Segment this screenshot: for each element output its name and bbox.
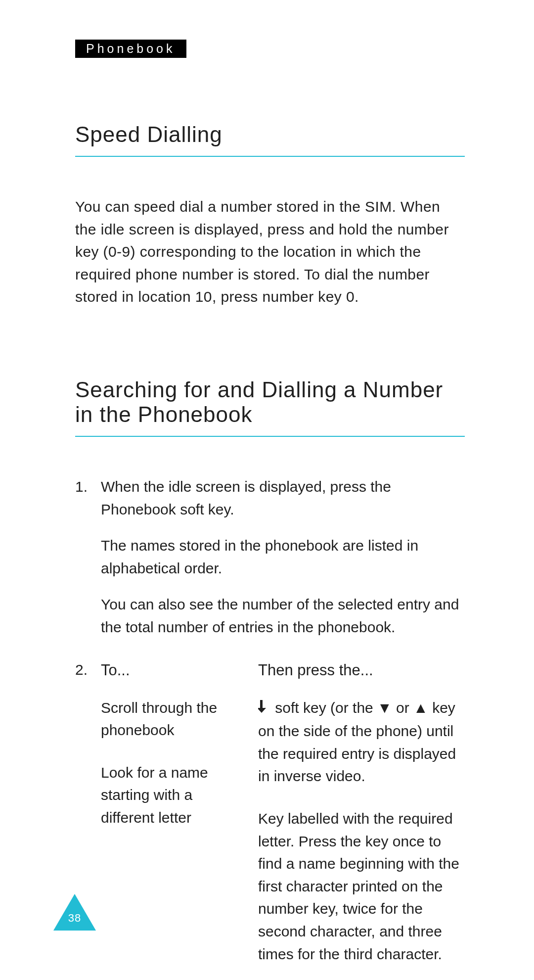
table-cell: Scroll through the phonebook bbox=[101, 697, 248, 742]
table-col-to: To... Scroll through the phonebook Look … bbox=[101, 658, 258, 980]
table-cell-text: soft key (or the ▼ or ▲ key on the side … bbox=[258, 700, 456, 785]
table-header: To... bbox=[101, 658, 248, 682]
table-cell: Look for a name starting with a differen… bbox=[101, 761, 248, 829]
section-rule bbox=[75, 156, 465, 157]
steps-list: 1. When the idle screen is displayed, pr… bbox=[75, 475, 465, 980]
section-title: Searching for and Dialling a Number in t… bbox=[75, 377, 465, 427]
section-search-dial: Searching for and Dialling a Number in t… bbox=[75, 377, 465, 980]
table-cell: soft key (or the ▼ or ▲ key on the side … bbox=[258, 697, 465, 788]
manual-page: Phonebook Speed Dialling You can speed d… bbox=[0, 0, 534, 980]
section-body: You can speed dial a number stored in th… bbox=[75, 195, 465, 308]
section-speed-dialling: Speed Dialling You can speed dial a numb… bbox=[75, 122, 465, 308]
section-rule bbox=[75, 436, 465, 437]
section-title: Speed Dialling bbox=[75, 122, 465, 147]
step-paragraph: When the idle screen is displayed, press… bbox=[101, 475, 465, 520]
down-right-arrow-icon bbox=[258, 698, 271, 720]
table-header: Then press the... bbox=[258, 658, 465, 682]
step-body: When the idle screen is displayed, press… bbox=[101, 475, 465, 653]
chapter-tag: Phonebook bbox=[75, 40, 186, 58]
step-number: 2. bbox=[75, 658, 101, 980]
page-number-marker: 38 bbox=[53, 894, 96, 931]
step-2-table: 2. To... Scroll through the phonebook Lo… bbox=[75, 658, 465, 980]
table-col-then: Then press the... soft key (or the ▼ or … bbox=[258, 658, 465, 980]
step-number: 1. bbox=[75, 475, 101, 653]
step-paragraph: The names stored in the phonebook are li… bbox=[101, 534, 465, 579]
table-cell: Key labelled with the required letter. P… bbox=[258, 807, 465, 965]
step-paragraph: You can also see the number of the selec… bbox=[101, 593, 465, 638]
page-number: 38 bbox=[53, 912, 96, 925]
step-1: 1. When the idle screen is displayed, pr… bbox=[75, 475, 465, 653]
